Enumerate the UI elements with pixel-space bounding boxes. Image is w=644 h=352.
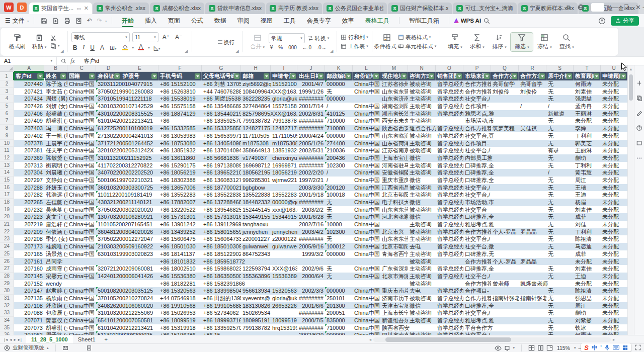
grid-cell[interactable]: 362228235 [241, 95, 271, 103]
row-header-24[interactable]: 24 [0, 243, 14, 250]
grid-cell[interactable] [519, 147, 546, 154]
grid-cell[interactable]: +86 1335925706 [202, 324, 241, 332]
grid-cell[interactable]: 丁利利 [574, 132, 601, 140]
grid-cell[interactable]: 未分配 [601, 324, 627, 332]
grid-cell[interactable]: 998285301 [241, 177, 271, 184]
grid-cell[interactable]: 微信 [408, 177, 436, 184]
field-header[interactable]: 合作方名 [519, 72, 546, 80]
grid-cell[interactable]: China中国 [353, 88, 380, 96]
menu-tab-表格工具[interactable]: 表格工具 [360, 14, 395, 27]
horizontal-scroll-thumb[interactable] [385, 337, 511, 342]
merge-center-button[interactable]: 合并 ▾ [247, 33, 269, 51]
grid-cell[interactable] [121, 206, 158, 214]
grid-cell[interactable]: 留学总经办 [436, 110, 463, 118]
grid-cell[interactable] [121, 140, 158, 147]
grid-cell[interactable]: 000000 [325, 287, 353, 295]
grid-cell[interactable] [519, 206, 546, 214]
grid-cell[interactable]: 雅思考点,雅 [463, 221, 491, 228]
side-panel-icon-3[interactable] [636, 110, 642, 116]
row-header-19[interactable]: 19 [0, 206, 14, 214]
field-header[interactable]: 申请顾问 [601, 72, 627, 80]
grid-cell[interactable]: 000000 [325, 80, 353, 88]
ime-punct-toggle[interactable]: ’ [600, 344, 602, 350]
grid-cell[interactable]: +86 15320563 [158, 287, 202, 295]
grid-cell[interactable]: +86 18141137 [158, 250, 202, 258]
grid-cell[interactable]: 何雨涛 [574, 80, 601, 88]
grid-cell[interactable]: 山东省东营 [380, 235, 408, 243]
grid-cell[interactable]: 社交平台,/ [463, 309, 491, 317]
grid-cell[interactable]: +86 15538019 [158, 95, 202, 103]
row-header-8[interactable]: 8 [0, 125, 14, 132]
plugin-label[interactable]: 业财管理系统 [13, 344, 44, 351]
grid-cell[interactable]: 207088 [14, 309, 44, 317]
grid-cell[interactable] [121, 199, 158, 206]
grid-cell[interactable]: 207421 [14, 88, 44, 96]
grid-cell[interactable]: +86 1877000215 [202, 184, 241, 192]
grid-cell[interactable] [121, 95, 158, 103]
grid-cell[interactable]: 罗晶晶 [519, 228, 546, 236]
file-menu[interactable]: ☰文件⌄ [5, 17, 30, 25]
grid-cell[interactable]: 主动咨询 [408, 221, 436, 228]
grid-cell[interactable] [491, 331, 519, 335]
grid-cell[interactable]: +86 15263810 [158, 88, 202, 96]
grid-cell[interactable] [121, 169, 158, 177]
grid-cell[interactable]: 冯一博 (男) [44, 125, 67, 132]
grid-cell[interactable]: 被动咨询 [408, 184, 436, 192]
docer-icon[interactable]: D [17, 3, 27, 12]
grid-cell[interactable]: 864752343 [241, 250, 271, 258]
sheet-tab-Sheet1[interactable]: Sheet1 [73, 335, 101, 343]
grid-cell[interactable]: 无 [325, 88, 353, 96]
grid-cell[interactable]: 留学总经办 [436, 147, 463, 154]
grid-cell[interactable] [519, 95, 546, 103]
increase-font-icon[interactable]: A⁺ [161, 34, 171, 41]
side-panel-icon-2[interactable] [636, 95, 642, 101]
grid-cell[interactable]: 留学总经办 [436, 235, 463, 243]
grid-cell[interactable]: +86 18182281 [158, 280, 202, 288]
grid-cell[interactable] [491, 154, 519, 162]
column-header-B[interactable]: B [44, 65, 67, 72]
grid-cell[interactable]: 207426 [14, 103, 44, 110]
grid-cell[interactable]: 王晨宇 (男) [44, 140, 67, 147]
grid-cell[interactable]: 未分配 [601, 117, 627, 125]
grid-cell[interactable]: / [325, 103, 353, 110]
grid-cell[interactable]: +86 1863505000 [202, 273, 241, 280]
grid-cell[interactable] [491, 177, 519, 184]
grid-cell[interactable]: 无 [546, 228, 574, 236]
grid-cell[interactable]: 825798695XXX@163.c [241, 110, 271, 118]
grid-cell[interactable]: 何依涵 (女) [44, 228, 67, 236]
grid-cell[interactable]: 杨欣雨 (女) [44, 295, 67, 302]
grid-cell[interactable] [121, 265, 158, 273]
field-header[interactable]: 手机号码 [158, 72, 202, 80]
row-header-13[interactable]: 13 [0, 162, 14, 169]
grid-cell[interactable] [519, 243, 546, 250]
grid-cell[interactable] [491, 169, 519, 177]
grid-cell[interactable]: 无 [546, 140, 574, 147]
file-tab[interactable]: S可过_支付宝+_滴滴 [453, 3, 517, 14]
grid-cell[interactable] [436, 258, 463, 266]
conditional-format-button[interactable]: 条件格式 ▾ [376, 33, 398, 51]
grid-cell[interactable]: 207297 [14, 177, 44, 184]
grid-cell[interactable]: 主动咨询 [408, 235, 436, 243]
grid-cell[interactable]: 124827175 [241, 125, 271, 132]
grid-cell[interactable]: v1749037 [241, 154, 271, 162]
grid-cell[interactable]: 110112200109181419 [96, 191, 121, 199]
side-panel-icon-4[interactable] [636, 125, 642, 131]
grid-cell[interactable]: 2005/9/16 [297, 243, 325, 250]
grid-cell[interactable]: 社交平台,/ [463, 273, 491, 280]
ime-lang-toggle[interactable]: 中 [592, 344, 597, 351]
number-quick-button[interactable]: ¥ [269, 45, 275, 50]
grid-cell[interactable] [491, 103, 519, 110]
grid-cell[interactable]: wendy [44, 280, 67, 288]
grid-cell[interactable]: 207160 [14, 265, 44, 273]
grid-cell[interactable] [121, 110, 158, 118]
column-header-T[interactable]: T [574, 65, 601, 72]
grid-cell[interactable]: 360103200303300725 [96, 184, 121, 192]
worksheet-button[interactable]: 工作表▾ [341, 43, 368, 50]
grid-cell[interactable]: +86 1354866895 [202, 103, 241, 110]
grid-cell[interactable]: 370503200302020020 [96, 206, 121, 214]
grid-cell[interactable]: 李文茹 (女) [44, 88, 67, 96]
grid-cell[interactable]: 留学总经办 [436, 265, 463, 273]
grid-cell[interactable]: 10000 [325, 221, 353, 228]
share-button[interactable]: 分享 [611, 16, 639, 26]
grid-cell[interactable]: 湖南省长沙 [380, 110, 408, 118]
